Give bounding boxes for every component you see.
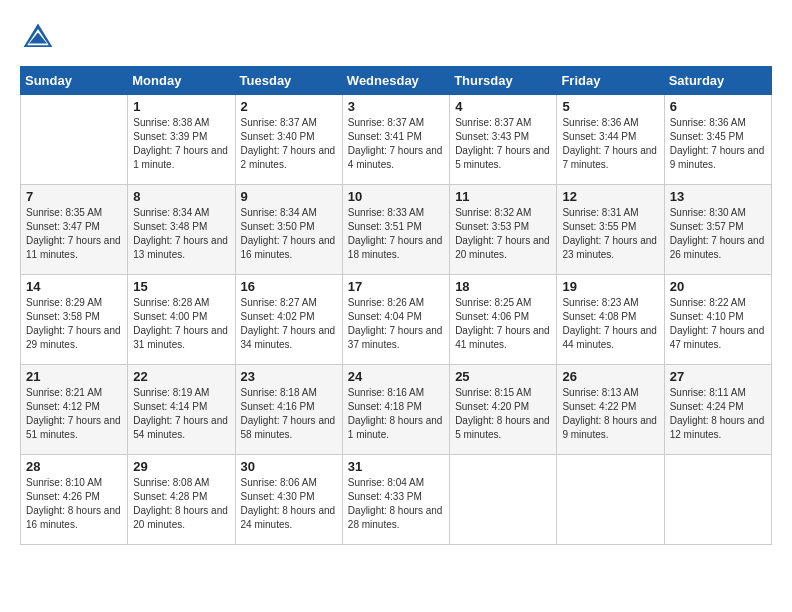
calendar-cell: 19Sunrise: 8:23 AMSunset: 4:08 PMDayligh… <box>557 275 664 365</box>
day-number: 12 <box>562 189 658 204</box>
day-number: 16 <box>241 279 337 294</box>
calendar-cell <box>664 455 771 545</box>
day-number: 3 <box>348 99 444 114</box>
day-number: 18 <box>455 279 551 294</box>
day-number: 19 <box>562 279 658 294</box>
day-info: Sunrise: 8:36 AMSunset: 3:44 PMDaylight:… <box>562 116 658 172</box>
day-info: Sunrise: 8:15 AMSunset: 4:20 PMDaylight:… <box>455 386 551 442</box>
header-sunday: Sunday <box>21 67 128 95</box>
day-number: 24 <box>348 369 444 384</box>
calendar-cell: 12Sunrise: 8:31 AMSunset: 3:55 PMDayligh… <box>557 185 664 275</box>
calendar-week-row: 21Sunrise: 8:21 AMSunset: 4:12 PMDayligh… <box>21 365 772 455</box>
day-info: Sunrise: 8:37 AMSunset: 3:40 PMDaylight:… <box>241 116 337 172</box>
day-number: 27 <box>670 369 766 384</box>
calendar-table: SundayMondayTuesdayWednesdayThursdayFrid… <box>20 66 772 545</box>
calendar-week-row: 1Sunrise: 8:38 AMSunset: 3:39 PMDaylight… <box>21 95 772 185</box>
calendar-cell: 28Sunrise: 8:10 AMSunset: 4:26 PMDayligh… <box>21 455 128 545</box>
day-info: Sunrise: 8:29 AMSunset: 3:58 PMDaylight:… <box>26 296 122 352</box>
calendar-cell: 8Sunrise: 8:34 AMSunset: 3:48 PMDaylight… <box>128 185 235 275</box>
day-number: 22 <box>133 369 229 384</box>
day-number: 28 <box>26 459 122 474</box>
day-number: 13 <box>670 189 766 204</box>
day-info: Sunrise: 8:33 AMSunset: 3:51 PMDaylight:… <box>348 206 444 262</box>
day-info: Sunrise: 8:06 AMSunset: 4:30 PMDaylight:… <box>241 476 337 532</box>
day-info: Sunrise: 8:28 AMSunset: 4:00 PMDaylight:… <box>133 296 229 352</box>
calendar-cell: 14Sunrise: 8:29 AMSunset: 3:58 PMDayligh… <box>21 275 128 365</box>
logo-icon <box>20 20 56 56</box>
day-info: Sunrise: 8:11 AMSunset: 4:24 PMDaylight:… <box>670 386 766 442</box>
day-info: Sunrise: 8:08 AMSunset: 4:28 PMDaylight:… <box>133 476 229 532</box>
day-info: Sunrise: 8:35 AMSunset: 3:47 PMDaylight:… <box>26 206 122 262</box>
calendar-cell: 17Sunrise: 8:26 AMSunset: 4:04 PMDayligh… <box>342 275 449 365</box>
day-info: Sunrise: 8:23 AMSunset: 4:08 PMDaylight:… <box>562 296 658 352</box>
calendar-cell <box>557 455 664 545</box>
day-info: Sunrise: 8:30 AMSunset: 3:57 PMDaylight:… <box>670 206 766 262</box>
calendar-week-row: 28Sunrise: 8:10 AMSunset: 4:26 PMDayligh… <box>21 455 772 545</box>
calendar-header-row: SundayMondayTuesdayWednesdayThursdayFrid… <box>21 67 772 95</box>
calendar-cell: 4Sunrise: 8:37 AMSunset: 3:43 PMDaylight… <box>450 95 557 185</box>
calendar-cell: 18Sunrise: 8:25 AMSunset: 4:06 PMDayligh… <box>450 275 557 365</box>
day-info: Sunrise: 8:22 AMSunset: 4:10 PMDaylight:… <box>670 296 766 352</box>
day-number: 29 <box>133 459 229 474</box>
header-monday: Monday <box>128 67 235 95</box>
calendar-cell: 13Sunrise: 8:30 AMSunset: 3:57 PMDayligh… <box>664 185 771 275</box>
day-number: 17 <box>348 279 444 294</box>
calendar-cell: 3Sunrise: 8:37 AMSunset: 3:41 PMDaylight… <box>342 95 449 185</box>
day-number: 5 <box>562 99 658 114</box>
day-number: 2 <box>241 99 337 114</box>
page-header <box>20 20 772 56</box>
day-info: Sunrise: 8:16 AMSunset: 4:18 PMDaylight:… <box>348 386 444 442</box>
calendar-cell: 22Sunrise: 8:19 AMSunset: 4:14 PMDayligh… <box>128 365 235 455</box>
day-info: Sunrise: 8:21 AMSunset: 4:12 PMDaylight:… <box>26 386 122 442</box>
calendar-cell: 7Sunrise: 8:35 AMSunset: 3:47 PMDaylight… <box>21 185 128 275</box>
header-thursday: Thursday <box>450 67 557 95</box>
day-number: 25 <box>455 369 551 384</box>
calendar-cell: 30Sunrise: 8:06 AMSunset: 4:30 PMDayligh… <box>235 455 342 545</box>
calendar-cell: 24Sunrise: 8:16 AMSunset: 4:18 PMDayligh… <box>342 365 449 455</box>
calendar-cell: 10Sunrise: 8:33 AMSunset: 3:51 PMDayligh… <box>342 185 449 275</box>
day-number: 20 <box>670 279 766 294</box>
calendar-cell: 5Sunrise: 8:36 AMSunset: 3:44 PMDaylight… <box>557 95 664 185</box>
day-number: 1 <box>133 99 229 114</box>
day-info: Sunrise: 8:37 AMSunset: 3:41 PMDaylight:… <box>348 116 444 172</box>
calendar-week-row: 7Sunrise: 8:35 AMSunset: 3:47 PMDaylight… <box>21 185 772 275</box>
day-number: 15 <box>133 279 229 294</box>
day-info: Sunrise: 8:25 AMSunset: 4:06 PMDaylight:… <box>455 296 551 352</box>
header-wednesday: Wednesday <box>342 67 449 95</box>
header-saturday: Saturday <box>664 67 771 95</box>
calendar-week-row: 14Sunrise: 8:29 AMSunset: 3:58 PMDayligh… <box>21 275 772 365</box>
day-info: Sunrise: 8:10 AMSunset: 4:26 PMDaylight:… <box>26 476 122 532</box>
day-info: Sunrise: 8:31 AMSunset: 3:55 PMDaylight:… <box>562 206 658 262</box>
calendar-cell: 27Sunrise: 8:11 AMSunset: 4:24 PMDayligh… <box>664 365 771 455</box>
day-info: Sunrise: 8:13 AMSunset: 4:22 PMDaylight:… <box>562 386 658 442</box>
logo <box>20 20 60 56</box>
day-number: 23 <box>241 369 337 384</box>
calendar-cell <box>21 95 128 185</box>
day-info: Sunrise: 8:37 AMSunset: 3:43 PMDaylight:… <box>455 116 551 172</box>
calendar-cell: 1Sunrise: 8:38 AMSunset: 3:39 PMDaylight… <box>128 95 235 185</box>
calendar-cell: 2Sunrise: 8:37 AMSunset: 3:40 PMDaylight… <box>235 95 342 185</box>
day-number: 31 <box>348 459 444 474</box>
day-number: 9 <box>241 189 337 204</box>
day-number: 7 <box>26 189 122 204</box>
header-tuesday: Tuesday <box>235 67 342 95</box>
day-number: 8 <box>133 189 229 204</box>
day-number: 14 <box>26 279 122 294</box>
calendar-cell: 21Sunrise: 8:21 AMSunset: 4:12 PMDayligh… <box>21 365 128 455</box>
calendar-cell: 29Sunrise: 8:08 AMSunset: 4:28 PMDayligh… <box>128 455 235 545</box>
day-number: 4 <box>455 99 551 114</box>
day-info: Sunrise: 8:36 AMSunset: 3:45 PMDaylight:… <box>670 116 766 172</box>
day-number: 30 <box>241 459 337 474</box>
day-info: Sunrise: 8:38 AMSunset: 3:39 PMDaylight:… <box>133 116 229 172</box>
day-info: Sunrise: 8:34 AMSunset: 3:48 PMDaylight:… <box>133 206 229 262</box>
day-info: Sunrise: 8:18 AMSunset: 4:16 PMDaylight:… <box>241 386 337 442</box>
calendar-cell: 20Sunrise: 8:22 AMSunset: 4:10 PMDayligh… <box>664 275 771 365</box>
calendar-cell: 23Sunrise: 8:18 AMSunset: 4:16 PMDayligh… <box>235 365 342 455</box>
day-info: Sunrise: 8:04 AMSunset: 4:33 PMDaylight:… <box>348 476 444 532</box>
day-info: Sunrise: 8:19 AMSunset: 4:14 PMDaylight:… <box>133 386 229 442</box>
day-info: Sunrise: 8:26 AMSunset: 4:04 PMDaylight:… <box>348 296 444 352</box>
calendar-cell: 16Sunrise: 8:27 AMSunset: 4:02 PMDayligh… <box>235 275 342 365</box>
day-number: 10 <box>348 189 444 204</box>
calendar-cell: 26Sunrise: 8:13 AMSunset: 4:22 PMDayligh… <box>557 365 664 455</box>
day-info: Sunrise: 8:27 AMSunset: 4:02 PMDaylight:… <box>241 296 337 352</box>
